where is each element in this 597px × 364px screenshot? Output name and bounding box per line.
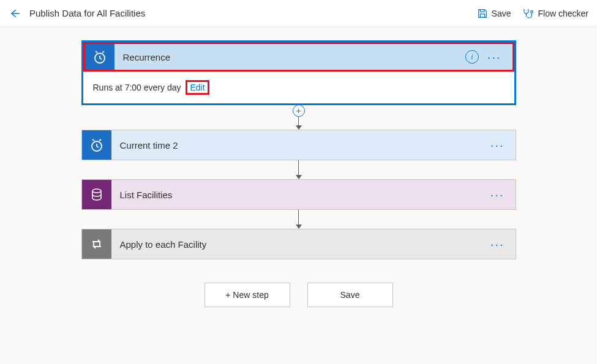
footer-buttons: + New step Save bbox=[205, 283, 393, 307]
clock-icon bbox=[82, 130, 111, 160]
save-button-label: Save bbox=[492, 9, 511, 18]
step-recurrence[interactable]: Recurrence i ··· Runs at 7:00 every day … bbox=[81, 40, 516, 105]
connector-1: + bbox=[293, 105, 305, 130]
clock-icon bbox=[85, 44, 115, 70]
top-toolbar: Publish Data for All Facilities Save Flo… bbox=[0, 0, 597, 27]
step-list-facilities[interactable]: List Facilities ··· bbox=[81, 179, 516, 210]
connector-2 bbox=[296, 160, 302, 179]
step-recurrence-body: Runs at 7:00 every day Edit bbox=[83, 72, 514, 103]
step-apply-to-each[interactable]: Apply to each Facility ··· bbox=[81, 229, 516, 259]
save-button[interactable]: Save bbox=[477, 8, 511, 19]
svg-point-4 bbox=[92, 189, 101, 193]
database-icon bbox=[82, 180, 111, 209]
more-menu-current-time[interactable]: ··· bbox=[488, 139, 507, 151]
flow-title: Publish Data for All Facilities bbox=[29, 8, 145, 18]
add-step-button-1[interactable]: + bbox=[293, 105, 305, 117]
flow-canvas: Recurrence i ··· Runs at 7:00 every day … bbox=[0, 27, 597, 319]
connector-3 bbox=[296, 210, 302, 229]
step-recurrence-header[interactable]: Recurrence i ··· bbox=[83, 42, 514, 72]
step-list-facilities-title: List Facilities bbox=[111, 190, 488, 200]
info-icon[interactable]: i bbox=[465, 50, 479, 64]
back-arrow-icon[interactable] bbox=[9, 7, 21, 20]
step-recurrence-title: Recurrence bbox=[115, 52, 465, 62]
more-menu-recurrence[interactable]: ··· bbox=[485, 51, 504, 63]
step-apply-to-each-title: Apply to each Facility bbox=[111, 239, 488, 250]
svg-rect-0 bbox=[480, 13, 484, 17]
loop-icon bbox=[82, 229, 111, 259]
stethoscope-icon bbox=[522, 8, 535, 19]
step-current-time[interactable]: Current time 2 ··· bbox=[81, 130, 516, 160]
step-current-time-title: Current time 2 bbox=[111, 140, 488, 150]
edit-recurrence-link[interactable]: Edit bbox=[186, 80, 209, 95]
recurrence-description: Runs at 7:00 every day bbox=[93, 83, 181, 92]
more-menu-apply-each[interactable]: ··· bbox=[488, 238, 507, 250]
more-menu-list-facilities[interactable]: ··· bbox=[488, 188, 507, 201]
flow-checker-button[interactable]: Flow checker bbox=[522, 8, 588, 19]
flow-checker-label: Flow checker bbox=[538, 9, 588, 18]
save-flow-button[interactable]: Save bbox=[307, 283, 393, 307]
save-icon bbox=[477, 8, 488, 19]
new-step-button[interactable]: + New step bbox=[205, 283, 290, 307]
svg-point-1 bbox=[530, 10, 533, 13]
